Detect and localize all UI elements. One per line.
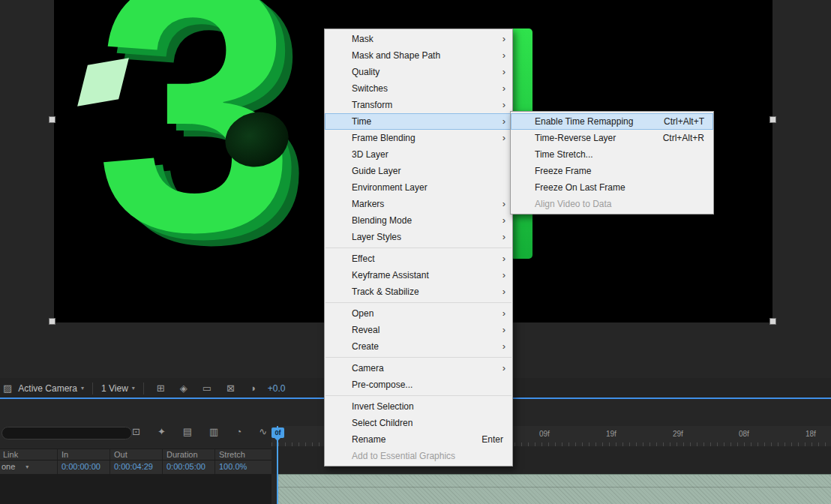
menu-item-label: Time [352,116,503,127]
column-header-out[interactable]: Out [114,450,128,459]
chevron-down-icon: ▾ [26,464,28,470]
view-layout-select[interactable]: 1 View ▾ [98,382,138,395]
region-of-interest-icon[interactable]: ▭ [202,382,212,394]
out-value[interactable]: 0:00:04:29 [114,462,153,471]
exposure-value[interactable]: +0.0 [268,383,286,394]
menu-item-enable-time-remapping[interactable]: Enable Time RemappingCtrl+Alt+T [511,113,713,130]
menu-item-label: Switches [352,83,503,94]
camera-view-select[interactable]: Active Camera ▾ [15,382,87,395]
menu-item-blending-mode[interactable]: Blending Mode› [325,212,512,229]
in-value[interactable]: 0:00:00:00 [62,462,100,471]
menu-item-label: Markers [352,199,503,209]
menu-separator [326,248,512,248]
menu-item-quality[interactable]: Quality› [325,64,512,80]
timeline-column-headers: LinkInOutDurationStretch [0,448,272,460]
selection-handle[interactable] [770,116,776,123]
submenu-arrow-icon: › [502,269,506,280]
menu-item-markers[interactable]: Markers› [325,196,512,212]
menu-item-mask-and-shape-path[interactable]: Mask and Shape Path› [325,47,512,64]
submenu-arrow-icon: › [502,50,506,61]
transparency-grid-icon[interactable]: ▨ [3,382,12,394]
menu-item-pre-compose[interactable]: Pre-compose... [325,376,512,393]
column-header-in[interactable]: In [62,450,68,459]
after-effects-window: 3 ▨ Active Camera ▾ 1 View ▾ ⊞◈▭⊠◑ +0.0 … [0,0,831,504]
motion-blur-icon[interactable]: ◔ [236,426,242,437]
menu-item-label: Blending Mode [352,215,503,226]
selection-handle[interactable] [49,116,56,123]
submenu-arrow-icon: › [502,253,506,264]
submenu-arrow-icon: › [502,116,506,127]
menu-item-label: Mask [352,34,503,44]
stretch-value[interactable]: 100.0% [219,462,247,471]
playhead-label: 0f [274,429,280,436]
menu-item-invert-selection[interactable]: Invert Selection [325,398,512,415]
menu-item-label: Time Stretch... [535,149,704,160]
menu-item-open[interactable]: Open› [325,305,512,322]
menu-item-create[interactable]: Create› [325,338,512,355]
submenu-arrow-icon: › [502,82,506,94]
menu-item-shortcut: Enter [482,434,503,445]
menu-item-camera[interactable]: Camera› [325,360,512,376]
menu-item-shortcut: Ctrl+Alt+T [664,116,704,127]
layer-duration-bar[interactable] [278,474,831,504]
menu-item-time-stretch[interactable]: Time Stretch... [511,146,713,163]
menu-separator [326,357,512,358]
playhead-marker[interactable]: 0f [272,428,284,438]
selection-handle[interactable] [770,318,776,325]
submenu-arrow-icon: › [502,99,506,110]
menu-item-transform[interactable]: Transform› [325,97,512,113]
menu-item-rename[interactable]: RenameEnter [325,431,512,448]
column-header-duration[interactable]: Duration [166,450,198,459]
pixel-aspect-correction-icon[interactable]: ⊠ [226,382,235,394]
toolbar-divider [143,382,144,394]
selection-handle[interactable] [49,318,56,325]
menu-item-track-stabilize[interactable]: Track & Stabilize› [325,284,512,300]
menu-item-label: Select Children [352,418,503,428]
menu-item-freeze-frame[interactable]: Freeze Frame [511,163,713,179]
submenu-arrow-icon: › [502,231,506,242]
menu-item-label: Enable Time Remapping [535,116,650,127]
mask-visibility-icon[interactable]: ◈ [180,382,188,394]
parent-link-select[interactable]: one ▾ [2,462,28,471]
exposure-icon[interactable]: ◑ [250,382,256,394]
parent-link-value: one [2,462,15,471]
menu-item-switches[interactable]: Switches› [325,80,512,97]
ruler-label: 09f [539,430,550,438]
hide-shy-layers-icon[interactable]: ▤ [183,426,192,437]
ruler-label: 08f [739,430,749,438]
menu-item-add-to-essential-graphics: Add to Essential Graphics [325,448,512,464]
duration-value[interactable]: 0:00:05:00 [166,462,206,471]
submenu-arrow-icon: › [502,132,506,143]
search-input[interactable] [2,427,132,440]
layer-row[interactable]: one ▾ 0:00:00:00 0:00:04:29 0:00:05:00 1… [0,460,272,475]
menu-item-guide-layer[interactable]: Guide Layer [325,163,512,179]
ruler-label: 19f [606,430,616,438]
menu-item-label: Transform [352,100,503,110]
menu-item-label: Pre-compose... [352,380,503,390]
menu-item-effect[interactable]: Effect› [325,250,512,267]
menu-item-environment-layer[interactable]: Environment Layer [325,179,512,196]
menu-item-label: Keyframe Assistant [352,270,503,280]
menu-item-label: Camera [352,363,503,374]
menu-item-time[interactable]: Time› [325,113,512,130]
menu-item-select-children[interactable]: Select Children [325,415,512,431]
menu-item-label: Frame Blending [352,133,503,143]
comp-mini-flowchart-icon[interactable]: ⊡ [132,426,140,437]
menu-item-3d-layer[interactable]: 3D Layer [325,146,512,163]
column-header-stretch[interactable]: Stretch [219,450,245,459]
frame-blending-icon[interactable]: ▥ [209,426,218,437]
menu-item-time-reverse-layer[interactable]: Time-Reverse LayerCtrl+Alt+R [511,130,713,146]
menu-item-mask[interactable]: Mask› [325,31,512,47]
menu-item-label: Effect [352,254,503,264]
submenu-arrow-icon: › [502,33,506,44]
menu-item-keyframe-assistant[interactable]: Keyframe Assistant› [325,267,512,284]
menu-item-reveal[interactable]: Reveal› [325,322,512,338]
menu-item-freeze-on-last-frame[interactable]: Freeze On Last Frame [511,179,713,196]
draft-3d-icon[interactable]: ✦ [158,426,166,437]
menu-item-frame-blending[interactable]: Frame Blending› [325,130,512,146]
menu-item-layer-styles[interactable]: Layer Styles› [325,229,512,245]
column-header-link[interactable]: Link [3,450,18,459]
graph-editor-icon[interactable]: ∿ [259,426,267,437]
grid-and-guides-icon[interactable]: ⊞ [157,382,165,394]
menu-item-label: Guide Layer [352,166,503,176]
